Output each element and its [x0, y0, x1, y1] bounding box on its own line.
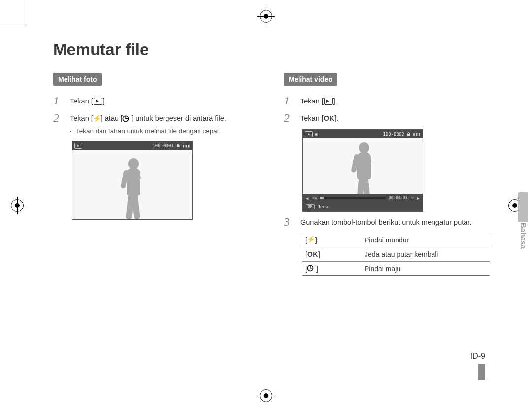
ff-label: FF	[410, 197, 414, 199]
control-key: [OK]	[302, 247, 362, 262]
playback-controls-table: [] Pindai mundur [OK] Jeda atau putar ke…	[302, 233, 490, 276]
ok-label: OK	[324, 114, 335, 122]
flash-icon	[94, 115, 100, 122]
step-number: 1	[284, 95, 294, 107]
step-text: ].	[335, 114, 339, 122]
photo-step-1: 1 Tekan [].	[53, 95, 260, 107]
playback-icon	[324, 98, 333, 105]
step-note: Tekan dan tahan untuk melihat file denga…	[70, 126, 226, 136]
timer-icon	[308, 265, 316, 273]
sample-video-silhouette	[346, 139, 380, 194]
registration-mark-left	[11, 199, 24, 212]
crop-mark	[0, 24, 28, 24]
step-number: 2	[284, 112, 294, 124]
ok-button-hint: OK	[306, 204, 315, 209]
step-text: ] untuk bergeser di antara file.	[132, 114, 226, 122]
section-viewing-video: Melihat video 1 Tekan []. 2 Tekan [OK]. …	[284, 73, 491, 276]
step-text: Tekan [	[300, 97, 324, 105]
ok-label: OK	[307, 250, 318, 258]
step-text: Gunakan tombol-tombol berikut untuk meng…	[300, 216, 471, 228]
playback-mode-icon	[305, 131, 313, 137]
footer-accent-bar	[478, 364, 485, 380]
video-playback-screenshot: ▣ 100-0002 🔒︎ ▮▮▮ ◀ REW	[302, 129, 423, 212]
forward-icon: ▶	[417, 196, 420, 201]
protect-icon: 🔒︎	[176, 143, 180, 148]
page-number: ID-9	[446, 352, 485, 361]
elapsed-time: 00:00:03	[389, 196, 408, 200]
protect-icon: 🔒︎	[406, 132, 411, 137]
rewind-label: REW	[311, 197, 317, 199]
playback-icon	[94, 98, 102, 105]
step-text: Tekan [	[70, 114, 93, 122]
rewind-icon: ◀	[306, 196, 308, 201]
table-row: [] Pindai maju	[302, 262, 490, 276]
table-row: [] Pindai mundur	[302, 233, 490, 247]
language-label: Bahasa	[519, 222, 528, 249]
step-text: ] atau [	[101, 114, 123, 122]
video-mode-icon: ▣	[315, 131, 318, 137]
section-viewing-photos: Melihat foto 1 Tekan []. 2 Tekan [] atau…	[53, 73, 260, 276]
file-counter: 100-0002	[383, 132, 404, 137]
page-footer: ID-9	[446, 352, 485, 380]
playback-mode-icon	[74, 143, 82, 149]
photo-playback-screenshot: 100-0001 🔒︎ ▮▮▮	[72, 141, 193, 220]
timer-icon	[123, 115, 131, 122]
registration-mark-top	[260, 10, 272, 23]
control-desc: Pindai mundur	[362, 233, 490, 247]
step-number: 2	[53, 112, 63, 136]
step-text: ].	[333, 97, 337, 105]
control-key: []	[302, 262, 362, 276]
battery-icon: ▮▮▮	[182, 143, 190, 148]
language-tab: Bahasa	[517, 192, 529, 261]
step-text: ].	[103, 97, 107, 105]
section-heading-video: Melihat video	[284, 73, 337, 86]
control-desc: Pindai maju	[362, 262, 490, 276]
step-number: 1	[53, 95, 63, 107]
video-step-2: 2 Tekan [OK].	[284, 112, 491, 124]
step-text: Tekan [	[300, 114, 324, 122]
sample-image-silhouette	[115, 155, 150, 219]
flash-icon	[308, 237, 315, 244]
step-number: 3	[284, 216, 294, 228]
control-key: []	[302, 233, 362, 247]
video-step-3: 3 Gunakan tombol-tombol berikut untuk me…	[284, 216, 491, 228]
photo-step-2: 2 Tekan [] atau [] untuk bergeser di ant…	[53, 112, 260, 136]
page-title: Memutar file	[53, 40, 494, 59]
file-counter: 100-0001	[152, 143, 173, 148]
control-desc: Jeda atau putar kembali	[362, 247, 490, 262]
registration-mark-bottom	[260, 389, 272, 402]
battery-icon: ▮▮▮	[413, 132, 421, 137]
progress-bar	[320, 197, 386, 199]
crop-mark	[24, 0, 24, 26]
step-text: Tekan [	[70, 97, 93, 105]
pause-hint: Jeda	[318, 205, 329, 209]
section-heading-photo: Melihat foto	[53, 73, 102, 86]
video-step-1: 1 Tekan [].	[284, 95, 491, 107]
table-row: [OK] Jeda atau putar kembali	[302, 247, 490, 262]
